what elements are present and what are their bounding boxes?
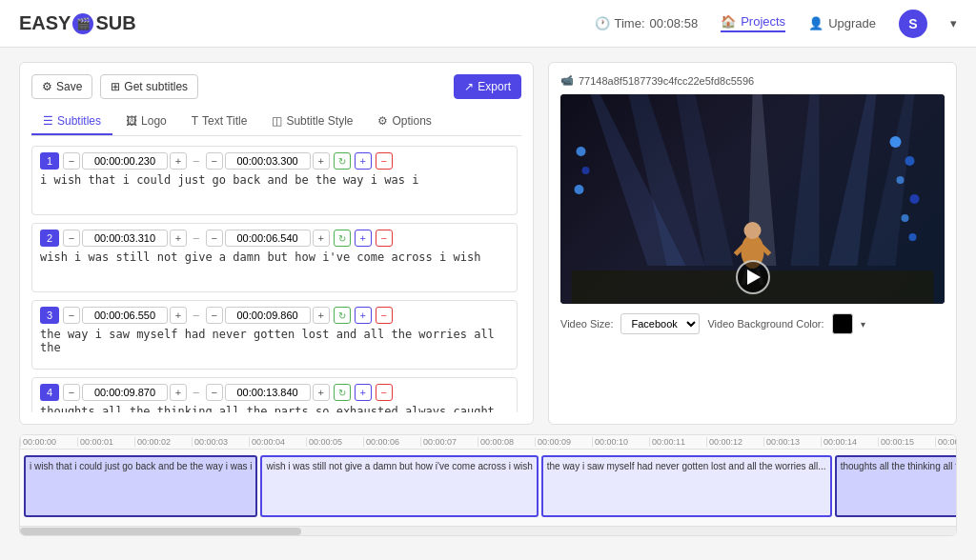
svg-point-9: [905, 156, 915, 166]
subtitle-item-4: 4 − + − − + ↻ + − thoughts all the think…: [31, 377, 518, 412]
subtitle-text-1[interactable]: i wish that i could just go back and be …: [40, 173, 509, 206]
options-tab-icon: ⚙: [377, 114, 388, 128]
grid-icon: ⊞: [111, 80, 120, 93]
remove-btn-3[interactable]: −: [376, 307, 393, 324]
decrement-end-4[interactable]: −: [206, 384, 223, 401]
subtitle-text-4[interactable]: thoughts all the thinking all the parts …: [40, 405, 509, 412]
svg-point-8: [890, 136, 902, 148]
increment-end-4[interactable]: +: [313, 384, 330, 401]
chevron-down-icon[interactable]: ▾: [950, 16, 957, 30]
logo: EASY 🎬 SUB: [19, 12, 136, 34]
subtitle-time-row-3: 3 − + − − + ↻ + −: [40, 307, 509, 324]
video-size-select[interactable]: Facebook YouTube Instagram Twitter Custo…: [620, 313, 700, 334]
start-time-4[interactable]: [82, 384, 168, 401]
subtitle-num-4: 4: [40, 384, 59, 401]
ruler-mark: 00:00:12: [706, 437, 763, 447]
upgrade-label: Upgrade: [828, 16, 876, 30]
add-btn-4[interactable]: +: [355, 384, 372, 401]
gear-icon: ⚙: [42, 80, 52, 93]
decrement-end-1[interactable]: −: [206, 152, 223, 170]
timeline-clip-3[interactable]: thoughts all the thinking all the parts …: [835, 455, 956, 517]
increment-start-4[interactable]: +: [170, 384, 187, 401]
tab-logo[interactable]: 🖼 Logo: [114, 109, 178, 135]
start-time-2[interactable]: [82, 230, 168, 247]
increment-end-3[interactable]: +: [313, 307, 330, 324]
bg-color-chevron[interactable]: ▾: [861, 319, 865, 330]
remove-btn-4[interactable]: −: [376, 384, 393, 401]
timeline-scrollbar[interactable]: [20, 526, 956, 535]
ruler-mark: 00:00:03: [192, 437, 249, 447]
time-separator-3: −: [193, 309, 200, 323]
ruler-mark: 00:00:02: [134, 437, 192, 447]
timeline-scrollbar-thumb[interactable]: [20, 528, 301, 535]
save-button[interactable]: ⚙ Save: [31, 74, 92, 99]
tab-subtitles[interactable]: ☰ Subtitles: [31, 109, 112, 135]
remove-btn-1[interactable]: −: [376, 152, 393, 170]
svg-marker-4: [748, 94, 777, 266]
projects-link[interactable]: 🏠 Projects: [721, 14, 785, 32]
header: EASY 🎬 SUB 🕐 Time: 00:08:58 🏠 Projects 👤…: [0, 0, 976, 48]
play-button[interactable]: [736, 260, 770, 294]
subtitle-num-1: 1: [40, 152, 59, 170]
svg-point-18: [744, 222, 762, 239]
subtitle-style-tab-label: Subtitle Style: [286, 114, 353, 128]
tab-options[interactable]: ⚙ Options: [366, 109, 442, 135]
subtitle-num-2: 2: [40, 230, 59, 247]
increment-start-2[interactable]: +: [170, 230, 187, 247]
add-btn-3[interactable]: +: [355, 307, 372, 324]
decrement-start-4[interactable]: −: [63, 384, 80, 401]
bg-color-picker[interactable]: [832, 313, 853, 334]
decrement-start-3[interactable]: −: [63, 307, 80, 324]
export-label: Export: [478, 80, 511, 93]
avatar[interactable]: S: [899, 10, 927, 38]
add-btn-2[interactable]: +: [355, 230, 372, 247]
logo-icon: 🎬: [72, 13, 93, 34]
decrement-start-1[interactable]: −: [63, 152, 80, 170]
timeline-clip-1[interactable]: wish i was still not give a damn but how…: [260, 455, 538, 517]
increment-end-2[interactable]: +: [313, 230, 330, 247]
refresh-btn-1[interactable]: ↻: [334, 152, 351, 170]
timeline-clip-2[interactable]: the way i saw myself had never gotten lo…: [541, 455, 832, 517]
end-time-4[interactable]: [225, 384, 311, 401]
refresh-btn-4[interactable]: ↻: [334, 384, 351, 401]
header-nav: 🕐 Time: 00:08:58 🏠 Projects 👤 Upgrade S …: [595, 10, 957, 38]
play-icon: [747, 270, 761, 285]
decrement-end-2[interactable]: −: [206, 230, 223, 247]
increment-end-1[interactable]: +: [313, 152, 330, 170]
ruler-mark: 00:00:15: [878, 437, 935, 447]
video-id-value: 77148a8f5187739c4fcc22e5fd8c5596: [579, 75, 754, 87]
add-btn-1[interactable]: +: [355, 152, 372, 170]
get-subtitles-button[interactable]: ⊞ Get subtitles: [100, 74, 198, 99]
refresh-btn-2[interactable]: ↻: [334, 230, 351, 247]
start-time-1[interactable]: [82, 152, 168, 170]
end-time-1[interactable]: [225, 152, 311, 170]
decrement-end-3[interactable]: −: [206, 307, 223, 324]
increment-start-3[interactable]: +: [170, 307, 187, 324]
timeline-clip-0[interactable]: i wish that i could just go back and be …: [24, 455, 257, 517]
end-time-3[interactable]: [225, 307, 311, 324]
svg-point-11: [910, 194, 920, 204]
increment-start-1[interactable]: +: [170, 152, 187, 170]
time-ctrl-start-2: − +: [63, 230, 187, 247]
refresh-btn-3[interactable]: ↻: [334, 307, 351, 324]
end-time-2[interactable]: [225, 230, 311, 247]
text-title-tab-icon: T: [192, 114, 198, 128]
export-button[interactable]: ↗ Export: [454, 74, 521, 99]
ruler-mark: 00:00:11: [649, 437, 706, 447]
logo-tab-label: Logo: [141, 114, 167, 128]
subtitle-text-2[interactable]: wish i was still not give a damn but how…: [40, 250, 509, 283]
decrement-start-2[interactable]: −: [63, 230, 80, 247]
tab-text-title[interactable]: T Text Title: [180, 109, 259, 135]
ruler-mark: 00:00:00: [20, 437, 77, 447]
subtitles-tab-label: Subtitles: [57, 114, 101, 128]
upgrade-link[interactable]: 👤 Upgrade: [808, 16, 876, 30]
svg-point-10: [897, 176, 905, 184]
subtitle-text-3[interactable]: the way i saw myself had never gotten lo…: [40, 328, 509, 360]
tab-subtitle-style[interactable]: ◫ Subtitle Style: [260, 109, 364, 135]
ruler-mark: 00:00:07: [420, 437, 478, 447]
remove-btn-2[interactable]: −: [376, 230, 393, 247]
subtitle-time-row-4: 4 − + − − + ↻ + −: [40, 384, 509, 401]
svg-marker-3: [677, 94, 734, 266]
main: ⚙ Save ⊞ Get subtitles ↗ Export ☰ Subtit…: [0, 48, 976, 550]
start-time-3[interactable]: [82, 307, 168, 324]
